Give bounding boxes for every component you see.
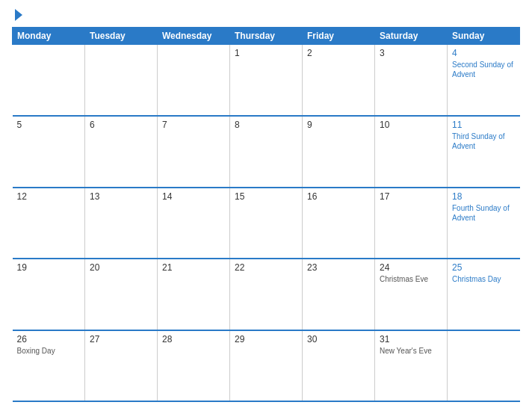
day-number: 14 — [162, 191, 225, 202]
day-number: 11 — [452, 120, 516, 130]
calendar-header-row: MondayTuesdayWednesdayThursdayFridaySatu… — [13, 28, 520, 45]
day-number: 30 — [307, 334, 370, 344]
calendar-cell: 20 — [85, 259, 158, 330]
day-number: 17 — [380, 191, 442, 202]
calendar-cell: 22 — [230, 259, 303, 330]
calendar-cell: 31New Year's Eve — [375, 330, 448, 402]
day-number: 31 — [380, 334, 442, 344]
day-number: 6 — [90, 120, 152, 130]
logo-triangle-icon — [15, 9, 22, 21]
day-event: Boxing Day — [17, 347, 55, 355]
calendar-cell: 12 — [13, 188, 85, 259]
day-number: 16 — [307, 191, 370, 202]
day-event: Fourth Sunday of Advent — [452, 204, 510, 222]
col-header-friday: Friday — [303, 28, 375, 45]
day-number: 10 — [380, 120, 442, 130]
calendar-cell: 6 — [85, 116, 158, 188]
logo — [12, 9, 22, 21]
calendar-cell — [85, 45, 158, 117]
calendar-cell: 10 — [375, 116, 448, 188]
col-header-sunday: Sunday — [448, 28, 520, 45]
day-number: 7 — [162, 120, 225, 130]
day-number: 28 — [162, 334, 225, 344]
day-number: 13 — [90, 191, 152, 202]
calendar-cell: 1 — [230, 45, 303, 117]
calendar-week-row: 192021222324Christmas Eve25Christmas Day — [13, 259, 520, 330]
day-number: 15 — [235, 191, 297, 202]
day-number: 5 — [17, 120, 81, 130]
day-number: 2 — [307, 48, 370, 58]
day-number: 22 — [235, 262, 297, 273]
day-number: 12 — [17, 191, 81, 202]
col-header-thursday: Thursday — [230, 28, 303, 45]
col-header-tuesday: Tuesday — [85, 28, 158, 45]
calendar-cell: 21 — [158, 259, 230, 330]
calendar-cell: 26Boxing Day — [13, 330, 85, 402]
day-number: 21 — [162, 262, 225, 273]
calendar-cell: 19 — [13, 259, 85, 330]
calendar-week-row: 1234Second Sunday of Advent — [13, 45, 520, 117]
day-number: 19 — [17, 262, 81, 273]
calendar-cell: 16 — [303, 188, 375, 259]
calendar-page: MondayTuesdayWednesdayThursdayFridaySatu… — [0, 0, 532, 411]
calendar-cell: 7 — [158, 116, 230, 188]
calendar-cell: 30 — [303, 330, 375, 402]
calendar-cell: 29 — [230, 330, 303, 402]
day-number: 26 — [17, 334, 81, 344]
day-number: 20 — [90, 262, 152, 273]
calendar-cell: 14 — [158, 188, 230, 259]
calendar-cell: 2 — [303, 45, 375, 117]
calendar-cell: 9 — [303, 116, 375, 188]
day-number: 1 — [235, 48, 297, 58]
day-event: Second Sunday of Advent — [452, 61, 513, 78]
calendar-cell: 8 — [230, 116, 303, 188]
day-number: 18 — [452, 191, 516, 202]
day-number: 4 — [452, 48, 516, 58]
day-event: Christmas Day — [452, 275, 501, 283]
calendar-cell: 25Christmas Day — [448, 259, 520, 330]
calendar-cell: 23 — [303, 259, 375, 330]
calendar-cell — [448, 330, 520, 402]
calendar-cell — [13, 45, 85, 117]
day-number: 24 — [380, 262, 442, 273]
day-number: 8 — [235, 120, 297, 130]
calendar-header — [12, 9, 520, 21]
day-number: 9 — [307, 120, 370, 130]
calendar-cell: 28 — [158, 330, 230, 402]
day-event: New Year's Eve — [380, 347, 432, 355]
calendar-cell: 3 — [375, 45, 448, 117]
calendar-cell: 17 — [375, 188, 448, 259]
calendar-table: MondayTuesdayWednesdayThursdayFridaySatu… — [12, 27, 520, 402]
calendar-cell: 11Third Sunday of Advent — [448, 116, 520, 188]
col-header-monday: Monday — [13, 28, 85, 45]
day-event: Third Sunday of Advent — [452, 132, 505, 150]
day-number: 3 — [380, 48, 442, 58]
day-event: Christmas Eve — [380, 275, 428, 283]
day-number: 29 — [235, 334, 297, 344]
calendar-cell: 4Second Sunday of Advent — [448, 45, 520, 117]
calendar-week-row: 26Boxing Day2728293031New Year's Eve — [13, 330, 520, 402]
calendar-cell: 13 — [85, 188, 158, 259]
col-header-wednesday: Wednesday — [158, 28, 230, 45]
col-header-saturday: Saturday — [375, 28, 448, 45]
calendar-week-row: 567891011Third Sunday of Advent — [13, 116, 520, 188]
day-number: 23 — [307, 262, 370, 273]
day-number: 27 — [90, 334, 152, 344]
calendar-cell: 5 — [13, 116, 85, 188]
calendar-cell — [158, 45, 230, 117]
calendar-cell: 18Fourth Sunday of Advent — [448, 188, 520, 259]
calendar-cell: 27 — [85, 330, 158, 402]
calendar-cell: 15 — [230, 188, 303, 259]
calendar-week-row: 12131415161718Fourth Sunday of Advent — [13, 188, 520, 259]
calendar-cell: 24Christmas Eve — [375, 259, 448, 330]
day-number: 25 — [452, 262, 516, 273]
